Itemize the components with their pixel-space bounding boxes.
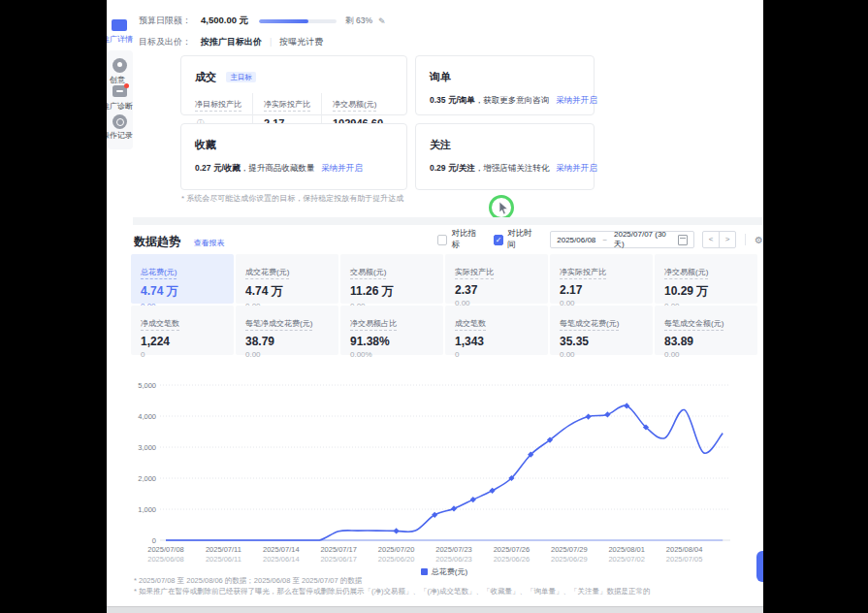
metric-card-4[interactable]: 实际投产比2.370.00 — [445, 254, 548, 304]
x-axis-tick-current: 2025/08/04 — [666, 545, 703, 554]
metric-card-label: 净交易额占比 — [350, 318, 397, 331]
bidding-option-impression[interactable]: 按曝光计费 — [279, 36, 323, 48]
metric-card-compare-value: 0.00 — [245, 350, 329, 359]
adopt-enable-link[interactable]: 采纳并开启 — [556, 95, 597, 105]
metric-label: 净实际投产比 — [264, 99, 310, 112]
goal-card-desc: 0.35 元/询单，获取更多意向咨询采纳并开启 — [430, 95, 580, 107]
metric-card-1[interactable]: 总花费(元)4.74 万0.00 — [131, 254, 234, 304]
x-axis-tick-compare: 2025/06/08 — [147, 555, 184, 564]
x-axis-tick-compare: 2025/06/17 — [320, 555, 357, 564]
metric-card-value: 1,343 — [455, 335, 538, 348]
date-separator: ~ — [602, 236, 607, 244]
metric-card-compare-value: 0 — [455, 350, 538, 359]
floating-action-pill[interactable] — [756, 551, 763, 582]
x-axis-tick-compare: 2025/06/23 — [435, 555, 472, 564]
sidebar-item-4[interactable]: 操作记录 — [107, 130, 139, 141]
metric-card-3[interactable]: 交易额(元)11.26 万0.00 — [340, 254, 443, 304]
sidebar-item-2[interactable]: 创意 — [107, 75, 139, 85]
metric-card-5[interactable]: 净实际投产比2.170.00 — [550, 254, 653, 304]
prev-period-button[interactable]: < — [703, 232, 720, 247]
sidebar-item-3[interactable]: 推广诊断 — [107, 101, 139, 112]
series-line-current — [166, 405, 723, 540]
date-end: 2025/07/07 (30天) — [614, 230, 669, 249]
budget-label: 预算日限额： — [139, 15, 191, 27]
data-point-marker[interactable] — [451, 505, 457, 511]
goal-card-title: 关注 — [430, 138, 451, 152]
metric-card-value: 91.38% — [350, 335, 434, 348]
sidebar-item-1[interactable]: 推广详情 — [107, 34, 139, 45]
legend-label: 总花费(元) — [432, 567, 467, 576]
x-axis-tick-current: 2025/07/11 — [206, 545, 241, 554]
date-pager: < > — [702, 231, 736, 248]
goal-card-deal[interactable]: 成交 主目标 净目标投产比ⓘ 2.45 ✎ 净实际投产比 2.17 净交易额(元… — [180, 55, 407, 115]
goal-card-desc: 0.27 元/收藏，提升商品收藏数量采纳并开启 — [195, 163, 393, 175]
metric-card-11[interactable]: 每笔成交花费(元)35.350.00 — [550, 306, 653, 355]
compare-time-checkbox[interactable]: ✓ — [494, 235, 503, 245]
y-axis-tick: 5,000 — [138, 381, 156, 390]
x-axis-tick-compare: 2025/07/05 — [666, 555, 703, 564]
next-period-button[interactable]: > — [720, 232, 735, 247]
metric-card-value: 11.26 万 — [350, 283, 434, 300]
date-range-input[interactable]: 2025/06/08 ~ 2025/07/07 (30天) — [550, 231, 694, 248]
x-axis-tick-compare: 2025/07/02 — [608, 555, 645, 564]
metric-card-12[interactable]: 每笔成交金额(元)83.890.00 — [655, 306, 757, 355]
edit-icon[interactable]: ✎ — [378, 16, 386, 26]
bottom-scroll-band[interactable] — [107, 606, 763, 613]
trend-title: 数据趋势 — [134, 235, 180, 248]
compare-metric-label[interactable]: 对比指标 — [451, 228, 482, 251]
x-axis-tick-current: 2025/07/26 — [494, 545, 530, 554]
compare-time-label[interactable]: 对比时间 — [507, 228, 538, 251]
view-report-link[interactable]: 查看报表 — [193, 239, 224, 247]
metric-card-8[interactable]: 每笔净成交花费(元)38.790.00 — [236, 306, 338, 355]
metric-card-value: 2.37 — [455, 283, 538, 297]
metric-card-label: 交易额(元) — [350, 267, 386, 279]
metric-card-label: 成交花费(元) — [245, 267, 289, 279]
budget-remaining: 剩 63% — [345, 16, 372, 27]
budget-row: 预算日限额： 4,500.00 元 剩 63% ✎ — [139, 14, 386, 28]
goal-card-title: 收藏 — [195, 138, 216, 152]
metric-card-value: 4.74 万 — [141, 283, 224, 300]
data-point-marker[interactable] — [489, 488, 495, 494]
chart-footnote-1: * 2025/07/08 至 2025/08/06 的数据；2025/06/08… — [134, 576, 362, 586]
budget-value: 4,500.00 元 — [201, 15, 248, 27]
goal-card-desc: 0.29 元/关注，增强店铺关注转化采纳并开启 — [430, 163, 580, 175]
trend-line-chart: 01,0002,0003,0004,0005,0002025/07/082025… — [131, 379, 757, 565]
bidding-row: 目标及出价： 按推广目标出价 | 按曝光计费 — [139, 35, 323, 48]
adopt-enable-link[interactable]: 采纳并开启 — [556, 163, 597, 173]
data-point-marker[interactable] — [585, 413, 591, 419]
goal-card-inquiry[interactable]: 询单 0.35 元/询单，获取更多意向咨询采纳并开启 — [415, 55, 595, 115]
bidding-option-goal[interactable]: 按推广目标出价 — [201, 36, 262, 48]
metric-card-value: 83.89 — [664, 335, 748, 348]
metric-card-label: 每笔净成交花费(元) — [245, 318, 312, 331]
metric-card-2[interactable]: 成交花费(元)4.74 万0.00 — [236, 254, 338, 304]
compare-metric-checkbox[interactable] — [437, 235, 447, 245]
metric-card-9[interactable]: 净交易额占比91.38%0.00% — [340, 306, 443, 355]
bidding-label: 目标及出价： — [139, 36, 191, 48]
x-axis-tick-current: 2025/07/29 — [551, 545, 588, 554]
metric-card-7[interactable]: 净成交笔数1,2240 — [131, 306, 234, 355]
clock-icon — [113, 114, 127, 129]
budget-progress-fill — [259, 19, 307, 23]
date-start: 2025/06/08 — [557, 236, 595, 244]
metric-card-10[interactable]: 成交笔数1,3430 — [445, 306, 548, 355]
metric-card-grid: 总花费(元)4.74 万0.00成交花费(元)4.74 万0.00交易额(元)1… — [131, 254, 757, 355]
data-point-marker[interactable] — [604, 411, 610, 417]
data-point-marker[interactable] — [393, 528, 399, 533]
goal-card-favorite[interactable]: 收藏 0.27 元/收藏，提升商品收藏数量采纳并开启 — [180, 123, 407, 190]
metric-card-6[interactable]: 净交易额(元)10.29 万0.00 — [655, 254, 757, 304]
metric-card-value: 1,224 — [141, 335, 224, 348]
metric-card-label: 每笔成交金额(元) — [664, 318, 723, 331]
adopt-enable-link[interactable]: 采纳并开启 — [321, 163, 363, 173]
grid-icon — [112, 19, 127, 31]
divider — [745, 234, 746, 245]
metric-label: 净交易额(元) — [333, 99, 376, 112]
metric-card-value: 35.35 — [560, 335, 643, 348]
cursor-icon — [498, 202, 509, 215]
x-axis-tick-current: 2025/07/23 — [435, 545, 472, 554]
metric-card-label: 净交易额(元) — [664, 267, 708, 279]
data-point-marker[interactable] — [470, 497, 476, 502]
metric-card-label: 总花费(元) — [141, 267, 177, 279]
x-axis-tick-compare: 2025/06/11 — [206, 555, 241, 564]
gear-icon[interactable]: ⚙ — [755, 235, 763, 245]
goal-card-follow[interactable]: 关注 0.29 元/关注，增强店铺关注转化采纳并开启 — [415, 123, 595, 190]
